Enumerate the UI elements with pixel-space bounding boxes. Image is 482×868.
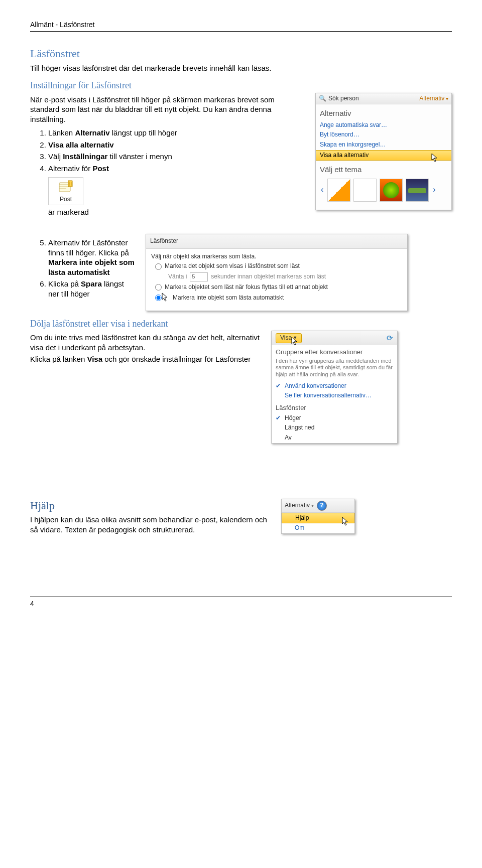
screenshot-alternativ-panel: 🔍 Sök person Alternativ Alternativ Ange … xyxy=(315,93,452,210)
radio-mark-focus-label: Markera objektet som läst när fokus flyt… xyxy=(165,283,328,292)
section3-p1: Om du inte trivs med läsfönstret kan du … xyxy=(30,333,261,352)
step-6: Klicka på Spara längst ner till höger xyxy=(48,279,136,299)
theme-swatch-3[interactable] xyxy=(380,179,403,202)
section3-p2: Klicka på länken Visa och gör önskade in… xyxy=(30,354,261,364)
section-title-dolja: Dölja läsfönstret eller visa i nederkant xyxy=(30,318,452,330)
cursor-icon xyxy=(291,337,299,347)
choose-when-text: Välj när objekt ska markeras som lästa. xyxy=(151,253,402,261)
refresh-icon[interactable]: ⟳ xyxy=(387,333,393,343)
use-conversations-item[interactable]: ✔ Använd konversationer xyxy=(272,381,397,391)
radio-mark-shown-label: Markera det objekt som visas i läsfönstr… xyxy=(165,262,300,270)
step-1: Länken Alternativ längst upp till höger xyxy=(48,128,305,138)
radio-mark-focus[interactable] xyxy=(155,284,162,291)
langst-ned-item[interactable]: Längst ned xyxy=(272,423,397,433)
page-header: Allmänt - Läsfönstret xyxy=(30,20,452,32)
cursor-icon xyxy=(342,517,350,527)
radio-no-auto-mark-label: Markera inte objekt som lästa automatisk… xyxy=(173,294,284,302)
theme-prev-arrow[interactable]: ‹ xyxy=(320,185,324,195)
check-icon: ✔ xyxy=(276,414,282,422)
wait-label-b: sekunder innan objektet markeras som läs… xyxy=(211,273,326,281)
screenshot-lasfonster-settings: Läsfönster Välj när objekt ska markeras … xyxy=(146,234,408,311)
theme-swatch-1[interactable] xyxy=(327,179,350,202)
step-2: Visa alla alternativ xyxy=(48,140,305,150)
screenshot-visa-menu: Visa▼ ⟳ Gruppera efter konversationer I … xyxy=(271,331,398,444)
more-conv-options-item[interactable]: Se fler konversationsalternativ… xyxy=(272,391,397,401)
alternativ-title: Alternativ xyxy=(316,107,451,120)
cursor-icon xyxy=(431,153,439,163)
section-title-hjalp: Hjälp xyxy=(30,499,271,513)
theme-next-arrow[interactable]: › xyxy=(432,185,436,195)
search-person[interactable]: 🔍 Sök person xyxy=(319,95,359,103)
alternativ-link[interactable]: Alternativ xyxy=(419,95,448,103)
wait-label-a: Vänta i xyxy=(168,273,187,281)
help-icon[interactable]: ? xyxy=(317,501,327,511)
page-footer: 4 xyxy=(30,597,452,608)
lasfonster-heading: Läsfönster xyxy=(146,234,407,249)
section-title-lasfonstret: Läsfönstret xyxy=(30,47,452,61)
radio-no-auto-mark[interactable] xyxy=(155,295,162,301)
check-icon: ✔ xyxy=(276,382,282,390)
theme-swatch-2[interactable] xyxy=(353,179,377,202)
auto-reply-link[interactable]: Ange automatiska svar… xyxy=(316,120,451,130)
step-3: Välj Inställningar till vänster i menyn xyxy=(48,152,305,162)
step-5: Alternativ för Läsfönster finns till hög… xyxy=(48,238,136,277)
theme-swatch-4[interactable] xyxy=(406,179,429,202)
wait-seconds-input[interactable]: 5 xyxy=(190,272,208,281)
steps-list: Länken Alternativ längst upp till höger … xyxy=(48,128,305,173)
lasfonster-section: Läsfönster xyxy=(272,401,397,413)
marked-text: är markerad xyxy=(48,207,305,217)
alternativ-label[interactable]: Alternativ xyxy=(285,502,314,510)
post-icon: Post xyxy=(48,177,83,205)
section1-intro: Till höger visas läsfönstret där det mar… xyxy=(30,63,452,73)
hjalp-item[interactable]: Hjälp xyxy=(282,513,354,524)
post-icon-label: Post xyxy=(60,196,72,204)
visa-button[interactable]: Visa▼ xyxy=(276,333,302,343)
show-all-options-item[interactable]: Visa alla alternativ xyxy=(316,150,451,161)
section2-intro: När e-post visats i Läsfönstret till hög… xyxy=(30,95,305,124)
av-item[interactable]: Av xyxy=(272,433,397,443)
section-title-installningar: Inställningar för Läsfönstret xyxy=(30,80,452,91)
search-icon: 🔍 xyxy=(319,95,326,103)
cursor-icon xyxy=(162,293,170,303)
group-title: Gruppera efter konversationer xyxy=(272,345,397,358)
change-password-link[interactable]: Byt lösenord… xyxy=(316,130,451,140)
group-desc: I den här vyn grupperas alla meddelanden… xyxy=(272,358,397,381)
step-4: Alternativ för Post xyxy=(48,164,305,174)
screenshot-hjalp-menu: Alternativ ? Hjälp Om xyxy=(281,499,355,534)
hoger-item[interactable]: ✔ Höger xyxy=(272,413,397,423)
radio-mark-shown[interactable] xyxy=(155,263,162,270)
help-text: I hjälpen kan du läsa olika avsnitt som … xyxy=(30,515,271,534)
steps-list-2: Alternativ för Läsfönster finns till hög… xyxy=(48,238,136,299)
inbox-rule-link[interactable]: Skapa en inkorgsregel… xyxy=(316,140,451,150)
